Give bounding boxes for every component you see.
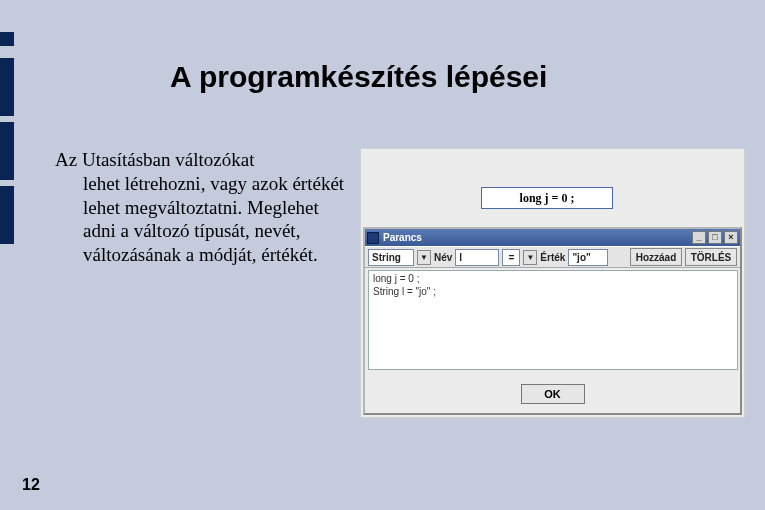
page-title: A programkészítés lépései [170,60,547,94]
operator-combo-arrow[interactable]: ▼ [523,250,537,265]
name-label: Név [434,252,452,263]
window-titlebar[interactable]: Parancs _ □ × [365,229,740,246]
type-value: String [372,252,401,263]
type-combo-arrow[interactable]: ▼ [417,250,431,265]
operator-combo[interactable]: = [502,249,520,266]
code-editor[interactable]: long j = 0 ; String l = "jo" ; [368,270,738,370]
parancs-window: Parancs _ □ × String ▼ Név l = ▼ [363,227,742,415]
body-line1: Az Utasításban változókat [55,149,254,170]
body-rest: lehet létrehozni, vagy azok értékét lehe… [55,172,345,267]
page-number: 12 [22,476,40,494]
name-input[interactable]: l [455,249,499,266]
minimize-button[interactable]: _ [692,231,706,244]
app-screenshot: long j = 0 ; Parancs _ □ × String ▼ Név … [360,148,745,418]
dialog-footer: OK [365,375,740,413]
add-button[interactable]: Hozzáad [630,248,682,266]
type-combo[interactable]: String [368,249,414,266]
editor-line: String l = "jo" ; [373,286,733,299]
ok-button[interactable]: OK [521,384,585,404]
left-accent-bars [0,32,14,510]
window-icon [367,232,379,244]
body-text: Az Utasításban változókat lehet létrehoz… [55,148,345,267]
value-label: Érték [540,252,565,263]
value-input[interactable]: "jo" [568,249,608,266]
top-accent-bar [0,32,765,46]
name-value: l [459,252,462,263]
editor-line: long j = 0 ; [373,273,733,286]
close-button[interactable]: × [724,231,738,244]
window-title-text: Parancs [383,232,422,243]
operator-value: = [508,252,514,263]
value-value: "jo" [572,252,590,263]
toolbar: String ▼ Név l = ▼ Érték "jo" Hozzáad TÖ… [365,246,740,268]
maximize-button[interactable]: □ [708,231,722,244]
code-preview-box: long j = 0 ; [481,187,613,209]
delete-button[interactable]: TÖRLÉS [685,248,737,266]
slide: A programkészítés lépései Az Utasításban… [0,0,765,510]
